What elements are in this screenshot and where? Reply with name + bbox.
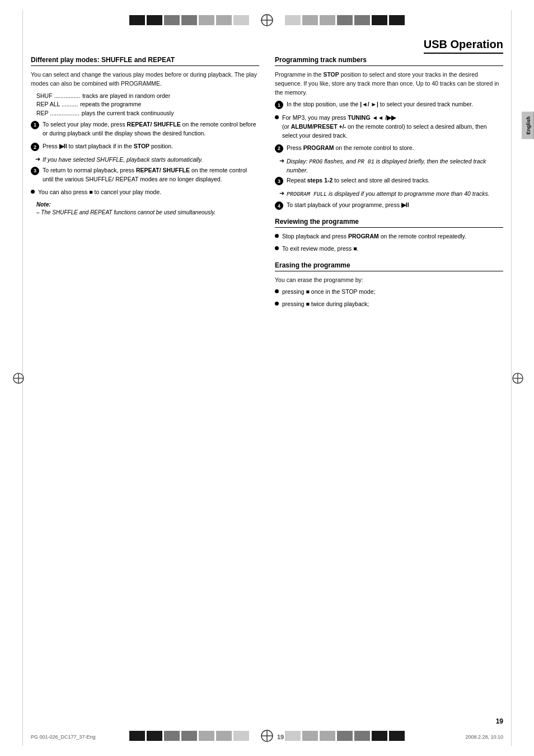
left-compass	[12, 372, 25, 384]
arrow-icon-3: ➜	[279, 190, 284, 197]
bullet-mp3-text: For MP3, you may press TUNING ◄◄ /▶▶ (or…	[282, 114, 503, 140]
mode-rep: REP .................. plays the current…	[36, 109, 259, 118]
mode-repall-value: repeats the programme	[80, 100, 141, 109]
section-erasing-title: Erasing the programme	[275, 261, 503, 271]
step-3-circle: 3	[31, 167, 39, 175]
bullet-dot-cancel	[31, 190, 35, 194]
mode-repall: REP ALL .......... repeats the programme	[36, 100, 259, 109]
step-3: 3 To return to normal playback, press RE…	[31, 166, 259, 184]
note-block: Note: – The SHUFFLE and REPEAT functions…	[36, 201, 259, 217]
prog-step-1: 1 In the stop position, use the |◄/ ►| t…	[275, 100, 503, 109]
section-programming-title: Programming track numbers	[275, 56, 503, 66]
review-bullet-2-text: To exit review mode, press ■.	[282, 245, 503, 253]
step-2-circle: 2	[31, 143, 39, 151]
prog-step-3: 3 Repeat steps 1-2 to select and store a…	[275, 176, 503, 185]
step-2-arrow: ➜ If you have selected SHUFFLE, playback…	[35, 156, 259, 164]
bullet-dot-erase-2	[275, 302, 279, 306]
page-title: USB Operation	[424, 38, 503, 51]
erasing-intro: You can erase the programme by:	[275, 276, 503, 285]
prog-step-2-content: Press PROGRAM on the remote control to s…	[287, 144, 503, 153]
erase-bullet-1-text: pressing ■ once in the STOP mode;	[282, 288, 503, 297]
section-reviewing: Reviewing the programme Stop playback an…	[275, 218, 503, 253]
step-2: 2 Press ▶II to start playback if in the …	[31, 142, 259, 151]
bullet-cancel: You can also press ■ to cancel your play…	[31, 188, 259, 197]
step-1: 1 To select your play mode, press REPEAT…	[31, 120, 259, 138]
arrow-icon-2: ➜	[279, 157, 284, 165]
prog-step-3-circle: 3	[275, 177, 283, 185]
step-1-content: To select your play mode, press REPEAT/ …	[43, 120, 259, 138]
erase-bullet-2: pressing ■ twice during playback;	[275, 300, 503, 309]
mode-shuf: SHUF ................ tracks are played …	[36, 92, 259, 101]
section-erasing: Erasing the programme You can erase the …	[275, 261, 503, 309]
mode-list: SHUF ................ tracks are played …	[36, 92, 259, 118]
prog-step-3-arrow: ➜ PROGRAM FULL is displayed if you attem…	[279, 190, 503, 199]
mode-rep-key: REP ..................	[36, 109, 79, 118]
prog-step-4-content: To start playback of your programme, pre…	[287, 201, 503, 210]
prog-step-1-content: In the stop position, use the |◄/ ►| to …	[287, 100, 503, 109]
bullet-dot-mp3	[275, 115, 279, 119]
english-tab: English	[522, 112, 534, 139]
prog-step-1-circle: 1	[275, 101, 283, 109]
page-title-area: USB Operation	[424, 38, 503, 54]
section-programming: Programming track numbers Programme in t…	[275, 56, 503, 210]
top-decorative-bar	[0, 12, 534, 28]
bullet-dot-erase-1	[275, 289, 279, 293]
content-area: Different play modes: SHUFFLE and REPEAT…	[31, 56, 503, 711]
mode-rep-value: plays the current track continuously	[82, 109, 174, 118]
mode-shuf-value: tracks are played in random order	[82, 92, 170, 101]
step-2-arrow-text: If you have selected SHUFFLE, playback s…	[43, 156, 203, 164]
programming-intro: Programme in the STOP position to select…	[275, 71, 503, 97]
right-column: Programming track numbers Programme in t…	[275, 56, 503, 317]
prog-step-2-arrow-text: Display: PROG flashes, and PR 01 is disp…	[287, 157, 503, 175]
bullet-dot-review-1	[275, 234, 279, 238]
review-bullet-1: Stop playback and press PROGRAM on the r…	[275, 232, 503, 241]
bottom-decorative-bar	[0, 728, 534, 744]
mode-shuf-key: SHUF ................	[36, 92, 80, 101]
bullet-cancel-text: You can also press ■ to cancel your play…	[38, 188, 259, 197]
step-1-circle: 1	[31, 121, 39, 129]
prog-step-4-circle: 4	[275, 201, 283, 210]
step-3-content: To return to normal playback, press REPE…	[43, 166, 259, 184]
prog-step-2-circle: 2	[275, 144, 283, 153]
mode-repall-key: REP ALL ..........	[36, 100, 78, 109]
right-compass	[512, 372, 524, 384]
review-bullet-1-text: Stop playback and press PROGRAM on the r…	[282, 232, 503, 241]
erase-bullet-2-text: pressing ■ twice during playback;	[282, 300, 503, 309]
section-reviewing-title: Reviewing the programme	[275, 218, 503, 228]
step-2-content: Press ▶II to start playback if in the ST…	[43, 142, 259, 151]
prog-step-2: 2 Press PROGRAM on the remote control to…	[275, 144, 503, 153]
review-bullet-2: To exit review mode, press ■.	[275, 245, 503, 253]
page-number: 19	[496, 717, 503, 725]
left-column: Different play modes: SHUFFLE and REPEAT…	[31, 56, 259, 317]
note-text: – The SHUFFLE and REPEAT functions canno…	[36, 209, 259, 217]
prog-step-3-content: Repeat steps 1-2 to select and store all…	[287, 176, 503, 185]
erase-bullet-1: pressing ■ once in the STOP mode;	[275, 288, 503, 297]
title-underline	[424, 53, 503, 54]
arrow-icon: ➜	[35, 156, 40, 163]
section-shuffle-repeat-title: Different play modes: SHUFFLE and REPEAT	[31, 56, 259, 66]
prog-step-2-arrow: ➜ Display: PROG flashes, and PR 01 is di…	[279, 157, 503, 175]
note-title: Note:	[36, 201, 259, 208]
bullet-mp3: For MP3, you may press TUNING ◄◄ /▶▶ (or…	[275, 114, 503, 140]
page-container: USB Operation English Different play mod…	[0, 0, 534, 756]
shuffle-repeat-intro: You can select and change the various pl…	[31, 71, 259, 88]
prog-step-4: 4 To start playback of your programme, p…	[275, 201, 503, 210]
bullet-dot-review-2	[275, 246, 279, 250]
section-shuffle-repeat: Different play modes: SHUFFLE and REPEAT…	[31, 56, 259, 217]
prog-step-3-arrow-text: PROGRAM FULL is displayed if you attempt…	[287, 190, 490, 199]
